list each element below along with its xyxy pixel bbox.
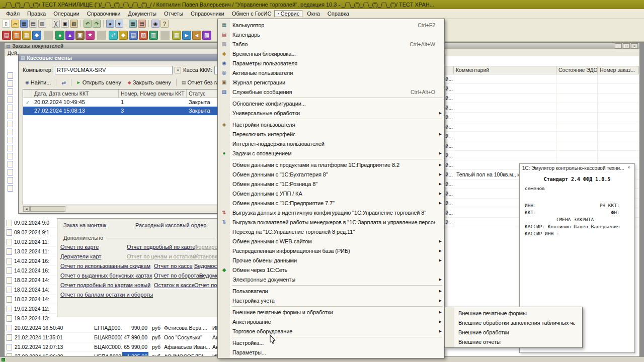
menu-item[interactable]: Универсальные обработки [218, 108, 444, 118]
computer-input[interactable]: RTP-VOLMAX-SRV [55, 66, 173, 74]
table-row[interactable]: вй... [442, 74, 639, 84]
menu-item[interactable]: Анкетирование [218, 317, 444, 326]
menu-item[interactable]: Электронные документы [218, 275, 444, 284]
group-additional[interactable]: Дополнительно [57, 233, 218, 243]
menu-item[interactable]: Переключить интерфейс [218, 129, 444, 139]
menu-item[interactable]: Переход на "1С:Управление торговлей 8 ре… [218, 227, 444, 236]
toolbar-icon[interactable]: ▨ [139, 31, 148, 40]
scrollbar-thumb[interactable] [30, 206, 65, 212]
menu-item[interactable]: Обмен данными с "1С:Бухгалтерия 8" [218, 169, 444, 179]
window-control-button[interactable]: × [631, 43, 638, 49]
table-row[interactable]: вй... [442, 151, 639, 160]
toolbar-icon[interactable]: ▧ [70, 20, 78, 28]
menubar-item[interactable]: Окна [302, 10, 323, 17]
toolbar-icon[interactable]: ▦ [22, 31, 31, 40]
table-row[interactable]: вй... [442, 141, 639, 151]
menu-item[interactable]: Интернет-поддержка пользователей [218, 139, 444, 148]
table-row[interactable]: 20.02.2024 16:50:40 ЕГПАД000... 990,00 р… [5, 323, 218, 333]
refresh-button[interactable] [59, 78, 68, 87]
column-header[interactable]: Состояние ЭДО [556, 66, 598, 74]
app-titlebar[interactable]: _/¯\_('')_/¯\_('')/ ТЕСТ ХРАНИЛИЩЕ ('')/… [0, 0, 644, 9]
menubar-item[interactable]: Файл [2, 10, 23, 17]
clear-icon[interactable] [175, 67, 181, 73]
menubar-item[interactable]: Справочники [83, 10, 124, 17]
toolbar-icon[interactable]: ⇄ [109, 31, 118, 40]
toolbar-icon[interactable]: ▯ [2, 20, 10, 28]
menu-item[interactable]: Пользователи [218, 286, 444, 296]
table-row[interactable]: 09.02.2024 9:0 [5, 218, 57, 228]
menu-item[interactable]: Параметры... [218, 347, 444, 357]
command-link[interactable]: Отчет по карте [60, 244, 99, 250]
menu-item[interactable]: ◉ Параметры пользователя [218, 58, 444, 68]
toolbar-icon[interactable]: ▦ [172, 31, 181, 40]
table-row[interactable]: 19.02.2024 13: [5, 314, 57, 323]
toolbar-icon[interactable]: ► [182, 31, 191, 40]
menu-item[interactable]: ◈ Настройки пользователя [218, 120, 444, 129]
toolbar-icon[interactable]: ▤ [29, 20, 37, 28]
submenu-item[interactable]: Внешние обработки [445, 327, 582, 337]
command-link[interactable]: Отчет о выданных бонусных картах [60, 273, 152, 279]
table-row[interactable]: 09.02.2024 9:1 [5, 228, 57, 237]
menubar-item[interactable]: Отчеты [159, 10, 186, 17]
menubar-item[interactable]: Документы [123, 10, 159, 17]
column-header[interactable]: Комментарий [454, 66, 556, 74]
table-row[interactable]: 18.02.2024 14: [5, 285, 57, 295]
menu-item[interactable]: Обмен данными с "1С:Розница 8" [218, 179, 444, 189]
window-control-button[interactable]: _ [615, 43, 622, 49]
menubar-item[interactable]: Справочники [186, 10, 227, 17]
toolbar-icon[interactable]: ▦ [20, 20, 28, 28]
menu-item[interactable]: Обмен данными с "1С:Предприятие 7.7" [218, 198, 444, 208]
table-row[interactable]: 18.02.2024 14: [5, 295, 57, 304]
command-link[interactable]: Остаток в кассе [154, 282, 195, 288]
toolbar-icon[interactable]: ▩ [202, 31, 211, 40]
menu-item[interactable]: ▨ Служебные сообщения Ctrl+Alt+O [218, 87, 444, 97]
toolbar-icon[interactable]: ▤ [138, 20, 146, 28]
toolbar-icon[interactable]: ? [160, 20, 169, 28]
toolbar-icon[interactable] [126, 20, 126, 27]
table-row[interactable]: вй... [442, 132, 639, 141]
toolbar-icon[interactable] [103, 20, 104, 27]
command-link[interactable]: Отчет по баллам остатки и обороты [60, 292, 153, 298]
toolbar-icon[interactable]: ▼ [115, 20, 123, 28]
toolbar-icon[interactable] [97, 31, 106, 40]
menubar-item[interactable]: ▪ Сервис [274, 10, 302, 17]
toolbar-icon[interactable]: ◆ [119, 31, 128, 40]
menu-item[interactable]: Внешние печатные формы и обработки [218, 307, 444, 317]
menu-item[interactable]: Обмен данными с продуктами на платформе … [218, 160, 444, 169]
toolbar-icon[interactable]: ▲ [65, 31, 74, 40]
command-link[interactable]: Расходный кассовый ордер [135, 222, 206, 228]
menubar-item[interactable]: Операции [49, 10, 82, 17]
menu-item[interactable]: Обмен данными с WEB-сайтом [218, 236, 444, 246]
receipt-titlebar[interactable]: 1С: Эмулятор контрольно-кассовой техни..… [520, 164, 634, 172]
table-row[interactable]: вй... [442, 122, 639, 132]
command-link[interactable]: Отчет подробный по карте [127, 244, 195, 250]
menu-item[interactable]: ◎ Активные пользователи [218, 68, 444, 77]
table-row[interactable]: вй... [442, 94, 639, 103]
menu-item[interactable]: Прочие обмены данными [218, 255, 444, 265]
toolbar-icon[interactable] [160, 31, 170, 40]
find-button[interactable]: Найти... [23, 78, 53, 87]
column-header[interactable]: Номер, Номер смены ККТ [119, 89, 187, 98]
menu-item[interactable]: Настройка учета [218, 296, 444, 305]
column-header[interactable] [23, 89, 32, 98]
menu-item[interactable]: ▦ Калькулятор Ctrl+F2 [218, 20, 444, 30]
table-row[interactable]: 13.02.2024 11: [5, 247, 57, 256]
menubar-item[interactable]: Правка [23, 10, 49, 17]
menu-item[interactable]: ● Задачи с оповещением [218, 148, 444, 158]
command-link[interactable]: Отчет по кассе [154, 263, 193, 269]
menu-item[interactable]: Настройка... [218, 338, 444, 347]
close-shift-button[interactable]: Закрыть смену [125, 78, 174, 87]
table-row[interactable]: 18.02.2024 14: [5, 276, 57, 285]
toolbar-icon[interactable]: ▤ [129, 31, 138, 40]
menu-item[interactable]: ⇅ Выгрузка данных в идентичную конфигура… [218, 208, 444, 217]
table-row[interactable]: 21.02.2024 12:07:13 БЦАКС000... 65 990,0… [5, 342, 218, 352]
toolbar-icon[interactable]: ▥ [38, 20, 46, 28]
command-link[interactable]: Держатели карт [60, 253, 101, 259]
menu-item[interactable]: Обновление конфигурации... [218, 99, 444, 108]
scroll-left-icon[interactable] [23, 206, 30, 212]
command-link[interactable]: Отчет подробный по картам новый [60, 282, 150, 288]
menu-item[interactable]: ◆ Обмен через 1С:Сеть [218, 265, 444, 275]
submenu-item[interactable]: Внешние печатные формы [445, 308, 582, 318]
toolbar-icon[interactable]: ★ [86, 31, 95, 40]
toolbar-icon[interactable]: ▱ [11, 20, 19, 28]
